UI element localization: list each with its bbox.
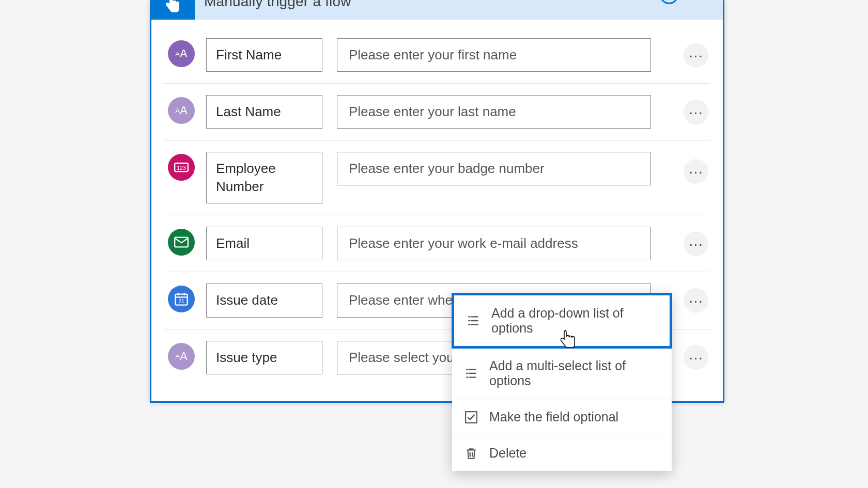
text-type-icon: AA [168, 97, 195, 124]
row-more-button[interactable]: ··· [684, 288, 708, 313]
card-title: Manually trigger a flow [204, 0, 351, 10]
input-row: 123 Employee Number Please enter your ba… [164, 140, 710, 215]
text-type-icon: AA [168, 40, 195, 67]
menu-item-label: Delete [489, 446, 526, 461]
field-placeholder-input[interactable]: Please enter your work e-mail address [337, 227, 651, 260]
pointer-tap-icon [162, 0, 184, 14]
row-more-button[interactable]: ··· [684, 231, 708, 256]
field-label-input[interactable]: Email [206, 227, 322, 260]
field-label-input[interactable]: Last Name [206, 95, 322, 129]
calendar-icon: 21 [174, 292, 189, 306]
input-row: Email Please enter your work e-mail addr… [164, 215, 710, 272]
field-label-input[interactable]: Issue type [206, 341, 322, 374]
row-more-button[interactable]: ··· [684, 43, 708, 68]
field-label-input[interactable]: First Name [206, 38, 322, 72]
input-row: AA Last Name Please enter your last name… [164, 84, 710, 140]
row-more-button[interactable]: ··· [684, 100, 708, 124]
text-type-icon: AA [168, 343, 195, 370]
menu-item-label: Add a multi-select list of options [489, 358, 659, 388]
field-placeholder-input[interactable]: Please enter your badge number [337, 152, 651, 185]
info-icon[interactable]: i [660, 0, 678, 4]
svg-rect-8 [466, 412, 477, 423]
menu-item-label: Make the field optional [489, 410, 618, 424]
svg-text:21: 21 [178, 298, 184, 305]
row-more-button[interactable]: ··· [684, 345, 708, 370]
header-actions: i ··· [660, 0, 718, 4]
menu-delete[interactable]: Delete [452, 435, 672, 471]
checkbox-icon [464, 411, 478, 424]
list-icon [464, 367, 478, 380]
field-label-input[interactable]: Issue date [206, 284, 322, 317]
input-row: AA First Name Please enter your first na… [164, 27, 710, 84]
number-badge-icon: 123 [174, 162, 189, 172]
list-icon [467, 314, 480, 327]
cursor-pointer-icon [561, 328, 578, 349]
date-type-icon: 21 [168, 286, 195, 312]
envelope-icon [174, 237, 189, 248]
svg-text:123: 123 [177, 165, 186, 171]
menu-make-optional[interactable]: Make the field optional [452, 399, 672, 435]
field-placeholder-input[interactable]: Please enter your last name [337, 95, 651, 129]
trash-icon [464, 447, 478, 460]
trigger-icon-box [151, 0, 195, 20]
menu-add-multiselect[interactable]: Add a multi-select list of options [452, 348, 672, 399]
number-type-icon: 123 [168, 154, 195, 181]
email-type-icon [168, 229, 195, 256]
field-placeholder-input[interactable]: Please enter your first name [337, 38, 651, 72]
row-more-button[interactable]: ··· [684, 159, 708, 184]
context-menu: Add a drop-down list of options Add a mu… [452, 293, 672, 471]
field-label-input[interactable]: Employee Number [206, 152, 322, 203]
card-header[interactable]: Manually trigger a flow i ··· [151, 0, 723, 20]
